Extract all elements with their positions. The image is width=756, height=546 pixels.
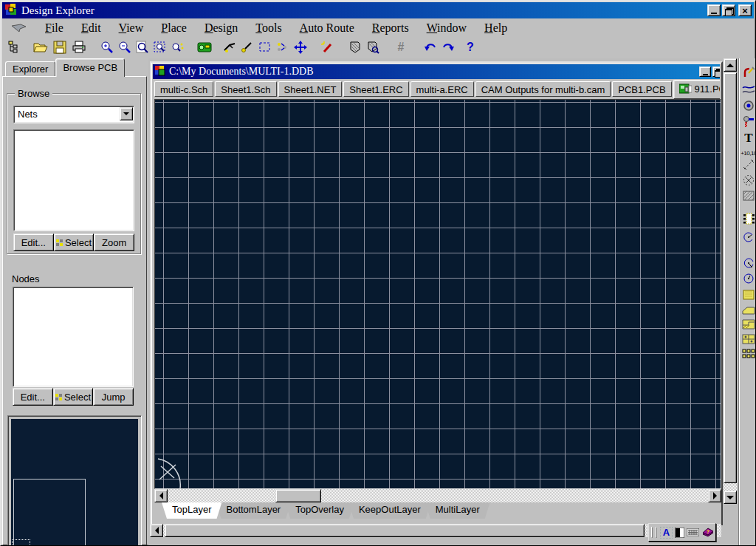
layer-tab-bottomlayer[interactable]: BottomLayer bbox=[216, 502, 291, 519]
scroll-left-button[interactable] bbox=[154, 489, 168, 502]
redo-button[interactable] bbox=[439, 38, 457, 56]
doc-minimize-button[interactable] bbox=[699, 66, 711, 77]
draw-line-button[interactable] bbox=[238, 38, 256, 56]
toolbar-grip[interactable] bbox=[651, 527, 653, 538]
nets-listbox[interactable] bbox=[13, 129, 134, 231]
zoom-out-button[interactable] bbox=[116, 38, 134, 56]
ime-block-button[interactable] bbox=[675, 527, 684, 539]
close-button[interactable]: × bbox=[738, 4, 752, 16]
titlebar[interactable]: Design Explorer × bbox=[2, 2, 754, 18]
nodes-edit-button[interactable]: Edit... bbox=[13, 388, 53, 406]
nodes-select-button[interactable]: Select bbox=[53, 388, 94, 406]
scroll-track[interactable] bbox=[168, 489, 708, 502]
camera-button[interactable] bbox=[196, 38, 213, 56]
pcb-horizontal-scrollbar[interactable] bbox=[154, 489, 721, 502]
nodes-jump-button[interactable]: Jump bbox=[93, 388, 134, 406]
nets-select-button[interactable]: Select bbox=[54, 233, 94, 251]
system-menu-icon[interactable] bbox=[2, 24, 36, 33]
browse-filter-combobox[interactable]: Nets bbox=[13, 106, 134, 123]
library-button[interactable] bbox=[346, 38, 364, 56]
browse-filter-value[interactable]: Nets bbox=[13, 106, 134, 123]
via-tool-button[interactable] bbox=[741, 98, 756, 113]
tab-browse-pcb[interactable]: Browse PCB bbox=[55, 58, 125, 77]
grid-toggle-button[interactable]: # bbox=[392, 38, 410, 56]
menu-view[interactable]: View bbox=[110, 21, 153, 35]
document-titlebar[interactable]: C:\My Documents\MULTI-1.DDB bbox=[153, 64, 720, 79]
menu-reports[interactable]: Reports bbox=[363, 21, 418, 35]
polygon-tool-button[interactable] bbox=[741, 317, 756, 332]
doc-tab-multi-c-sch[interactable]: multi-c.Sch bbox=[154, 81, 213, 97]
route-tool-button[interactable] bbox=[741, 66, 756, 81]
doc-tab-sheet1-net[interactable]: Sheet1.NET bbox=[278, 81, 343, 97]
doc-tab-911-pcb[interactable]: 911.PCB bbox=[673, 80, 720, 99]
doc-tab-sheet1-erc[interactable]: Sheet1.ERC bbox=[343, 81, 408, 97]
room-tool-button[interactable] bbox=[741, 173, 756, 188]
zoom-area-button[interactable] bbox=[151, 38, 169, 56]
dimension-tool-button[interactable] bbox=[741, 157, 756, 172]
rectangle-fill-tool-button[interactable] bbox=[741, 302, 756, 317]
arc-edge-tool-button[interactable] bbox=[741, 230, 756, 245]
wire-cutter-button[interactable] bbox=[221, 38, 238, 56]
circle-tool-button[interactable] bbox=[741, 287, 756, 302]
library-search-button[interactable] bbox=[364, 38, 382, 56]
mdi-horizontal-scrollbar[interactable] bbox=[150, 524, 721, 537]
hscroll-thumb[interactable] bbox=[165, 524, 645, 537]
arc-any-tool-button[interactable] bbox=[741, 271, 756, 286]
doc-tab-cam-outputs[interactable]: CAM Outputs for multi-b.cam bbox=[475, 81, 611, 97]
layer-tab-multilayer[interactable]: MultiLayer bbox=[425, 502, 490, 519]
menu-design[interactable]: Design bbox=[196, 21, 247, 35]
nets-zoom-button[interactable]: Zoom bbox=[94, 233, 134, 251]
open-button[interactable] bbox=[32, 38, 49, 56]
scroll-down-button[interactable] bbox=[724, 491, 737, 504]
preview-viewport-rect[interactable] bbox=[13, 479, 86, 546]
arc-center-tool-button[interactable] bbox=[741, 256, 756, 270]
select-area-button[interactable] bbox=[256, 38, 274, 56]
save-button[interactable] bbox=[51, 38, 69, 56]
minimize-button[interactable] bbox=[707, 4, 721, 16]
menu-auto-route[interactable]: Auto Route bbox=[291, 21, 363, 35]
scroll-thumb[interactable] bbox=[275, 489, 321, 502]
mdi-vertical-scrollbar[interactable] bbox=[723, 58, 738, 518]
nodes-listbox[interactable] bbox=[13, 287, 134, 387]
board-preview[interactable] bbox=[7, 415, 142, 546]
print-button[interactable] bbox=[70, 38, 88, 56]
menu-place[interactable]: Place bbox=[152, 21, 196, 35]
menu-window[interactable]: Window bbox=[418, 21, 475, 35]
scroll-up-button[interactable] bbox=[724, 58, 737, 72]
nets-edit-button[interactable]: Edit... bbox=[13, 233, 54, 251]
pad-tool-button[interactable] bbox=[741, 115, 756, 129]
string-tool-button[interactable]: T bbox=[741, 130, 756, 145]
magic-wand-button[interactable] bbox=[318, 38, 336, 56]
tab-explorer[interactable]: Explorer bbox=[5, 61, 55, 77]
pad-array-tool-button[interactable] bbox=[741, 347, 756, 361]
doc-tab-pcb1-pcb[interactable]: PCB1.PCB bbox=[612, 81, 671, 97]
undo-button[interactable] bbox=[422, 38, 439, 56]
zoom-in-button[interactable] bbox=[98, 38, 116, 56]
zoom-document-button[interactable] bbox=[134, 38, 151, 56]
doc-tab-multi-a-erc[interactable]: multi-a.ERC bbox=[410, 81, 474, 97]
help-button[interactable]: ? bbox=[461, 38, 479, 56]
layer-tab-topoverlay[interactable]: TopOverlay bbox=[285, 502, 354, 519]
toolbar-grip[interactable] bbox=[656, 527, 657, 538]
keyboard-button[interactable] bbox=[687, 527, 699, 539]
move-button[interactable] bbox=[292, 38, 309, 56]
browse-tree-button[interactable] bbox=[5, 38, 23, 56]
component-tool-button[interactable] bbox=[741, 211, 756, 226]
deselect-button[interactable] bbox=[274, 38, 292, 56]
help-book-button[interactable]: ? bbox=[701, 527, 714, 539]
doc-restore-button[interactable] bbox=[712, 66, 720, 77]
layer-tab-keepoutlayer[interactable]: KeepOutLayer bbox=[348, 502, 431, 519]
scroll-left-button[interactable] bbox=[150, 524, 163, 537]
menu-edit[interactable]: Edit bbox=[72, 21, 110, 35]
combo-dropdown-button[interactable] bbox=[120, 107, 133, 120]
fill-tool-button[interactable] bbox=[741, 188, 756, 203]
menu-file[interactable]: File bbox=[36, 21, 72, 35]
vscroll-track[interactable] bbox=[724, 483, 737, 491]
restore-button[interactable] bbox=[722, 4, 735, 16]
pcb-canvas[interactable] bbox=[154, 99, 721, 489]
vscroll-thumb[interactable] bbox=[724, 72, 737, 483]
zoom-point-button[interactable] bbox=[169, 38, 187, 56]
menu-tools[interactable]: Tools bbox=[247, 21, 290, 35]
track-tool-button[interactable] bbox=[741, 82, 756, 97]
menu-help[interactable]: Help bbox=[475, 21, 516, 35]
